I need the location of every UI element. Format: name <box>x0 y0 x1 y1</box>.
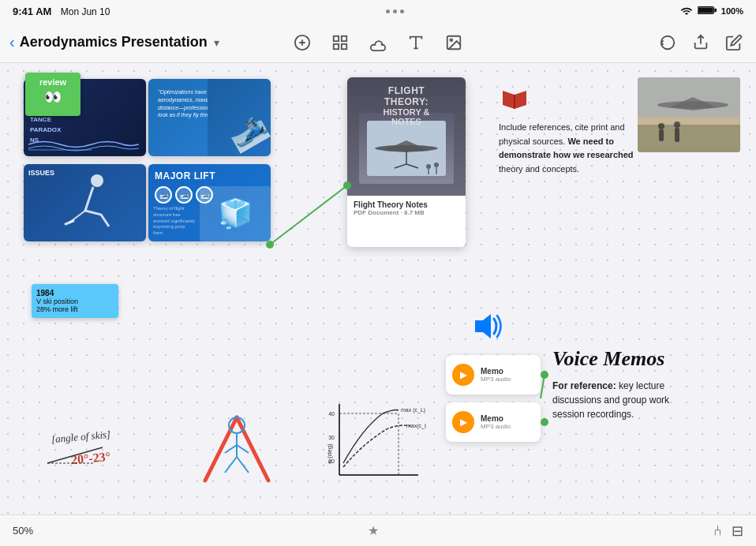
svg-rect-2 <box>714 8 717 11</box>
svg-rect-36 <box>659 129 664 141</box>
sticky-ski-info[interactable]: 1984 V ski position 28% more lift <box>32 284 118 318</box>
svg-rect-1 <box>698 7 713 13</box>
status-right-icons: 100% <box>680 6 743 17</box>
svg-rect-31 <box>638 77 740 117</box>
image-tool-button[interactable] <box>441 30 466 55</box>
svg-marker-39 <box>475 314 491 338</box>
glider-svg <box>367 121 446 176</box>
toolbar-left: ‹ Aerodynamics Presentation ▾ <box>9 33 251 51</box>
svg-line-9 <box>270 185 347 245</box>
svg-point-8 <box>450 39 452 41</box>
flight-theory-cover: FLIGHT THEORY: HISTORY & NOTES <box>347 77 466 196</box>
svg-line-12 <box>541 375 545 398</box>
svg-line-44 <box>225 445 237 453</box>
annotation-ski-angle: [angle of skis] <box>51 428 110 446</box>
voice-memos-description: For reference: key lecture discussions a… <box>552 379 702 421</box>
svg-point-17 <box>91 174 103 187</box>
svg-line-46 <box>225 457 237 473</box>
svg-rect-4 <box>342 36 346 40</box>
cloud-upload-button[interactable] <box>365 30 391 55</box>
slide-major-lift[interactable]: MAJOR LIFT 🎿 🎿 🎿 🧊 Theory of flight stru… <box>148 164 271 241</box>
grid-bottom-icon[interactable]: ⊟ <box>732 522 743 540</box>
flight-theory-meta: Flight Theory Notes PDF Document · 8.7 M… <box>347 196 466 221</box>
svg-text:max (c_L): max (c_L) <box>401 407 425 413</box>
svg-line-45 <box>237 445 249 453</box>
ref-text: Include references, cite print and physi… <box>499 121 638 176</box>
memo1-info: Memo MP3 audio <box>481 367 511 383</box>
share-button[interactable] <box>688 30 713 55</box>
svg-point-26 <box>434 163 439 167</box>
sticky-review-label: review <box>39 77 66 87</box>
flight-theory-size: PDF Document · 8.7 MB <box>354 209 459 216</box>
memo2-play-button[interactable]: ▶ <box>452 411 474 433</box>
wifi-icon <box>680 6 693 17</box>
svg-line-47 <box>237 457 249 473</box>
toolbar-right <box>505 30 747 55</box>
svg-point-11 <box>266 241 274 249</box>
canvas: NS DYNAMICS N SKIS TANCE PARADOX NS "Opt… <box>0 63 756 514</box>
wave-decoration <box>28 137 139 151</box>
document-title: Aerodynamics Presentation <box>20 34 208 50</box>
svg-text:30: 30 <box>328 435 335 440</box>
memo1-play-button[interactable]: ▶ <box>452 364 474 386</box>
historical-glider-photo <box>638 77 740 152</box>
battery-icon <box>698 6 717 17</box>
svg-point-35 <box>658 123 664 129</box>
annotation-degree: 20°-23° <box>70 450 111 467</box>
svg-rect-38 <box>675 128 679 142</box>
audio-speaker-icon <box>473 312 505 340</box>
memo-card-1[interactable]: ▶ Memo MP3 audio <box>446 355 541 395</box>
title-chevron-icon[interactable]: ▾ <box>214 36 219 49</box>
sticky-review[interactable]: review 👀 <box>25 73 80 116</box>
svg-rect-6 <box>342 43 346 48</box>
graph-svg: α (deg) 40 30 20 max (c_L) max(c_L/c_D) <box>324 396 426 499</box>
svg-text:40: 40 <box>328 411 335 417</box>
voice-memos-title: Voice Memos <box>552 347 664 371</box>
speaker-icon <box>473 312 505 346</box>
toolbar-center <box>257 30 499 55</box>
history-button[interactable] <box>655 30 680 55</box>
status-center <box>386 9 404 13</box>
edit-button[interactable] <box>721 30 747 55</box>
svg-point-24 <box>426 164 431 169</box>
book-icon <box>499 87 638 114</box>
angle-graph: α (deg) 40 30 20 max (c_L) max(c_L/c_D) <box>324 396 426 499</box>
svg-rect-5 <box>334 43 339 48</box>
status-bar: 9:41 AM Mon Jun 10 100% <box>0 0 756 22</box>
grid-view-button[interactable] <box>327 30 353 55</box>
bottom-bar: 50% ★ ⑃ ⊟ <box>0 514 756 546</box>
text-tool-button[interactable] <box>403 30 429 55</box>
memo2-info: Memo MP3 audio <box>481 414 511 430</box>
memo-card-2[interactable]: ▶ Memo MP3 audio <box>446 402 541 442</box>
open-book-icon <box>499 87 530 110</box>
status-time-date: 9:41 AM Mon Jun 10 <box>13 6 110 17</box>
zoom-level[interactable]: 50% <box>13 525 33 537</box>
glider-photo <box>638 77 740 152</box>
draw-tool-button[interactable] <box>290 30 315 55</box>
reference-note: Include references, cite print and physi… <box>489 77 647 185</box>
svg-text:max(c_L/c_D): max(c_L/c_D) <box>406 423 426 429</box>
svg-point-37 <box>674 122 680 128</box>
ski-drawing <box>185 410 288 484</box>
back-button[interactable]: ‹ <box>9 33 15 51</box>
svg-text:20: 20 <box>328 458 335 464</box>
ski-jumper-icon <box>54 171 117 234</box>
sticky-review-emoji: 👀 <box>44 88 62 106</box>
slide-quote[interactable]: "Optimizations have allowed for increase… <box>148 79 271 156</box>
star-icon: ★ <box>368 523 379 538</box>
flight-theory-filename: Flight Theory Notes <box>354 200 459 209</box>
flight-theory-card[interactable]: FLIGHT THEORY: HISTORY & NOTES <box>347 77 466 247</box>
svg-rect-32 <box>638 125 740 152</box>
svg-point-15 <box>541 418 548 426</box>
slide3-label: ISSUES <box>28 169 54 177</box>
slide-ski-jumper[interactable]: ISSUES <box>24 164 146 241</box>
svg-rect-3 <box>334 36 339 40</box>
toolbar: ‹ Aerodynamics Presentation ▾ <box>0 22 756 63</box>
bottom-right-icons: ⑃ ⊟ <box>713 522 743 540</box>
svg-point-14 <box>541 371 548 379</box>
slide4-content: MAJOR LIFT 🎿 🎿 🎿 🧊 Theory of flight stru… <box>148 164 271 241</box>
hierarchy-icon[interactable]: ⑃ <box>713 522 722 539</box>
ski-svg <box>185 410 288 484</box>
